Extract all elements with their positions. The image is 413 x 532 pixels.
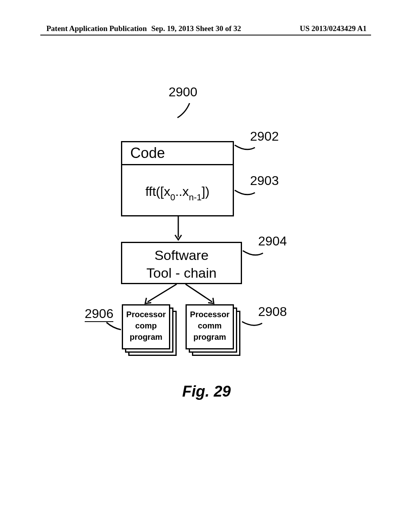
right-line1: Processor — [190, 310, 229, 319]
ref-2902: 2902 — [250, 129, 279, 144]
page: Patent Application Publication Sep. 19, … — [0, 0, 413, 532]
code-box-header: Code — [121, 141, 234, 165]
header-rule — [40, 35, 371, 35]
header-right: US 2013/0243429 A1 — [300, 24, 367, 33]
leader-2903 — [234, 189, 262, 206]
arrow-code-to-toolchain — [173, 216, 186, 243]
fft-sub0: 0 — [170, 192, 175, 202]
fft-suffix: ]) — [202, 184, 210, 199]
toolchain-line1: Software — [154, 247, 209, 263]
leader-2902 — [234, 144, 262, 160]
ref-2904: 2904 — [258, 234, 287, 249]
leader-2904 — [242, 250, 270, 266]
leader-2908 — [241, 318, 269, 335]
figure-caption: Fig. 29 — [0, 383, 413, 400]
right-line3: program — [193, 332, 226, 341]
ref-2908: 2908 — [258, 304, 287, 319]
fft-mid: ..x — [175, 184, 189, 199]
right-line2: comm — [198, 321, 222, 330]
left-line3: program — [129, 332, 162, 341]
svg-line-1 — [148, 284, 177, 302]
fft-expression: fft([x0..xn-1]) — [145, 184, 209, 199]
header-center: Sep. 19, 2013 Sheet 30 of 32 — [151, 24, 241, 33]
leader-2906 — [104, 322, 124, 335]
stack-front-layer: Processor comm program — [186, 304, 234, 349]
left-line1: Processor — [126, 310, 166, 319]
ref-2900: 2900 — [169, 85, 197, 100]
toolchain-line2: Tool - chain — [146, 265, 217, 281]
fft-prefix: fft([x — [145, 184, 170, 199]
ref-2906: 2906 — [85, 306, 113, 322]
code-label: Code — [130, 145, 165, 161]
fft-sub1: n-1 — [189, 192, 202, 202]
stack-front-layer: Processor comp program — [122, 304, 170, 349]
leader-2900 — [173, 101, 198, 125]
code-box-body: fft([x0..xn-1]) — [121, 164, 234, 216]
ref-2903: 2903 — [250, 173, 279, 188]
toolchain-box: Software Tool - chain — [121, 242, 242, 284]
left-line2: comp — [135, 321, 156, 330]
header-left: Patent Application Publication — [46, 24, 147, 33]
svg-line-2 — [186, 284, 212, 302]
